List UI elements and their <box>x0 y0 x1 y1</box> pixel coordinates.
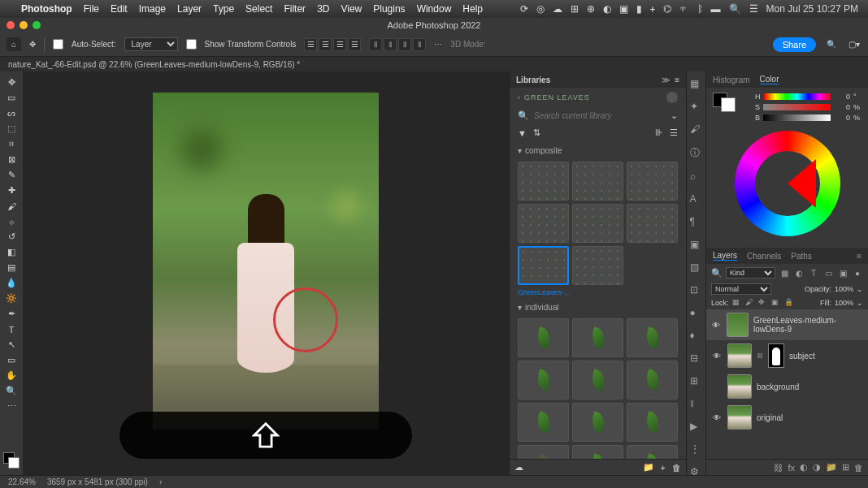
panel-menu-icon[interactable]: ≡ <box>857 252 861 261</box>
panel-icon[interactable]: ▦ <box>690 78 703 89</box>
document-dimensions[interactable]: 3659 px x 5481 px (300 ppi) <box>47 477 148 486</box>
align-center-icon[interactable]: ☰ <box>319 38 332 51</box>
menu-help[interactable]: Help <box>462 3 483 15</box>
dropdown-chevron-icon[interactable]: ⌄ <box>671 110 678 121</box>
library-asset-thumb[interactable] <box>627 318 678 357</box>
lock-all-icon[interactable]: 🔒 <box>784 298 794 308</box>
library-asset-thumb[interactable] <box>518 445 569 459</box>
background-swatch[interactable] <box>8 457 20 469</box>
color-swatches[interactable] <box>0 449 23 472</box>
library-asset-thumb[interactable] <box>518 361 569 399</box>
zoom-level[interactable]: 22.64% <box>8 477 36 486</box>
color-wheel[interactable] <box>735 131 840 236</box>
eraser-tool[interactable]: ◧ <box>0 244 23 260</box>
menubar-extra-icon[interactable]: ◐ <box>603 3 611 15</box>
layer-mask-icon[interactable]: ◐ <box>800 462 808 473</box>
layer-thumbnail[interactable] <box>727 313 749 337</box>
brush-tool[interactable]: 🖌 <box>0 198 23 214</box>
library-asset-thumb[interactable] <box>572 318 623 357</box>
layer-style-icon[interactable]: fx <box>788 463 795 473</box>
panel-icon[interactable]: ♦ <box>690 330 703 341</box>
panel-icon[interactable]: ⊡ <box>690 284 703 296</box>
share-button[interactable]: Share <box>773 37 816 52</box>
distribute-icon[interactable]: ⫴ <box>369 38 382 51</box>
library-asset-thumb[interactable] <box>518 318 569 357</box>
link-layers-icon[interactable]: ⛓ <box>774 463 783 473</box>
layer-name[interactable]: subject <box>789 352 815 361</box>
history-brush-tool[interactable]: ↺ <box>0 229 23 244</box>
filter-pixel-icon[interactable]: ▦ <box>779 267 790 279</box>
distribute-icon[interactable]: ⫴ <box>413 38 426 51</box>
menubar-extra-icon[interactable]: ᚐ <box>650 3 655 15</box>
panel-icon[interactable]: ⋮ <box>690 443 703 455</box>
library-asset-thumb-selected[interactable] <box>518 246 569 285</box>
distribute-icon[interactable]: ⫴ <box>398 38 411 51</box>
library-breadcrumb[interactable]: ‹ GREEN LEAVES <box>510 88 686 107</box>
bluetooth-icon[interactable]: ᛒ <box>697 3 703 15</box>
align-right-icon[interactable]: ☰ <box>333 38 346 51</box>
library-search-input[interactable] <box>534 111 666 120</box>
library-asset-thumb[interactable] <box>627 445 678 459</box>
menubar-extra-icon[interactable]: ⟳ <box>520 3 528 15</box>
lock-transparency-icon[interactable]: ▦ <box>732 298 742 308</box>
tab-histogram[interactable]: Histogram <box>713 76 750 84</box>
opacity-value[interactable]: 100% <box>835 285 853 293</box>
shape-tool[interactable]: ▭ <box>0 352 23 368</box>
fill-value[interactable]: 100% <box>835 299 853 307</box>
show-transform-checkbox[interactable] <box>186 39 197 50</box>
lasso-tool[interactable]: ᔕ <box>0 106 23 121</box>
menu-plugins[interactable]: Plugins <box>373 3 405 15</box>
blur-tool[interactable]: 💧 <box>0 275 23 291</box>
menu-image[interactable]: Image <box>139 3 166 15</box>
layer-row[interactable]: 👁 original <box>706 402 868 433</box>
align-more-icon[interactable]: ☰ <box>348 38 361 51</box>
panel-icon[interactable]: ● <box>690 307 703 318</box>
library-asset-thumb[interactable] <box>627 403 678 442</box>
library-asset-thumb[interactable] <box>572 162 623 201</box>
menu-type[interactable]: Type <box>213 3 234 15</box>
menubar-extra-icon[interactable]: ▣ <box>619 3 628 15</box>
move-tool-icon[interactable]: ✥ <box>29 40 36 49</box>
control-center-icon[interactable]: ☰ <box>749 3 758 15</box>
clone-stamp-tool[interactable]: ⟐ <box>0 214 23 229</box>
hand-tool[interactable]: ✋ <box>0 368 23 383</box>
library-asset-thumb[interactable] <box>572 403 623 442</box>
library-content[interactable]: ▾ composite GreenLeaves-... ▾ individual <box>510 141 686 459</box>
zoom-tool[interactable]: 🔍 <box>0 383 23 399</box>
frame-tool[interactable]: ⊠ <box>0 152 23 167</box>
layer-name[interactable]: GreenLeaves-medium-lowDens-9 <box>753 316 863 334</box>
menu-filter[interactable]: Filter <box>284 3 306 15</box>
panel-icon[interactable]: ▣ <box>690 239 703 250</box>
filter-smart-icon[interactable]: ▣ <box>837 267 848 279</box>
move-tool[interactable]: ✥ <box>0 75 23 90</box>
library-asset-thumb[interactable] <box>518 162 569 201</box>
library-asset-thumb[interactable] <box>518 403 569 442</box>
bg-color-swatch[interactable] <box>721 97 736 112</box>
library-asset-thumb[interactable] <box>572 246 623 285</box>
menu-select[interactable]: Select <box>245 3 272 15</box>
mask-link-icon[interactable]: ⛓ <box>757 352 763 360</box>
layer-thumbnail[interactable] <box>727 374 752 399</box>
section-individual[interactable]: ▾ individual <box>514 298 681 317</box>
library-asset-thumb[interactable] <box>627 361 678 399</box>
panel-icon[interactable]: ▶ <box>690 421 703 432</box>
edit-toolbar[interactable]: ⋯ <box>0 399 23 414</box>
tab-channels[interactable]: Channels <box>747 252 781 261</box>
menu-3d[interactable]: 3D <box>317 3 329 15</box>
layer-mask-thumbnail[interactable] <box>768 343 784 368</box>
status-chevron-icon[interactable]: › <box>159 477 162 486</box>
spotlight-icon[interactable]: 🔍 <box>729 3 741 15</box>
align-left-icon[interactable]: ☰ <box>304 38 317 51</box>
dodge-tool[interactable]: 🔆 <box>0 291 23 306</box>
view-size-icon[interactable]: ⊪ <box>655 127 663 138</box>
menubar-extra-icon[interactable]: ⌬ <box>663 3 671 15</box>
filter-toggle[interactable]: ● <box>852 267 863 279</box>
menu-layer[interactable]: Layer <box>177 3 202 15</box>
eyedropper-tool[interactable]: ✎ <box>0 167 23 183</box>
trash-icon[interactable]: 🗑 <box>672 463 681 473</box>
library-asset-thumb[interactable] <box>518 204 569 243</box>
panel-icon[interactable]: ⦀ <box>690 398 703 409</box>
delete-layer-icon[interactable]: 🗑 <box>854 463 863 473</box>
adjustment-layer-icon[interactable]: ◑ <box>813 462 821 473</box>
back-chevron-icon[interactable]: ‹ <box>518 93 521 101</box>
